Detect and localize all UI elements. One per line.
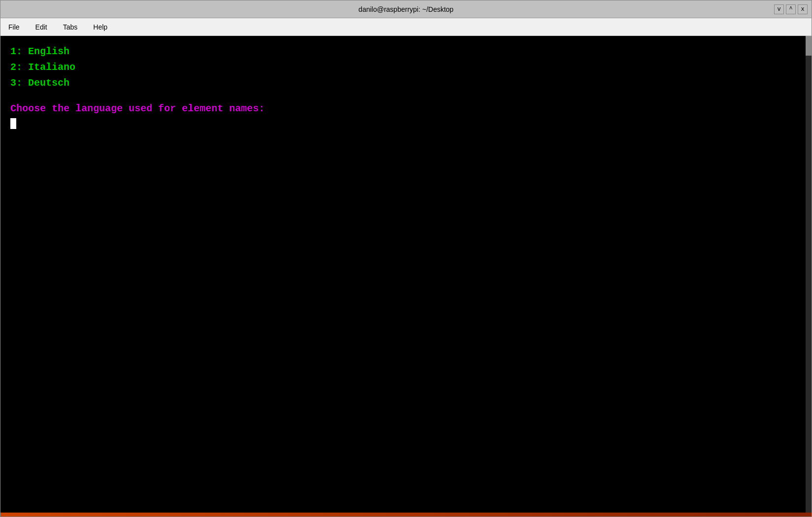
input-line [10,118,802,129]
menu-file[interactable]: File [4,21,24,33]
menu-edit[interactable]: Edit [32,21,51,33]
terminal-body[interactable]: 1: English 2: Italiano 3: Deutsch Choose… [0,36,812,513]
minimize-button[interactable]: v [774,4,784,14]
language-option-1: 1: English [10,44,802,60]
bottom-bar [0,513,812,517]
language-option-3: 3: Deutsch [10,75,802,91]
maximize-button[interactable]: ^ [786,4,796,14]
title-bar: danilo@raspberrypi: ~/Desktop v ^ x [0,0,812,18]
menu-help[interactable]: Help [89,21,111,33]
scrollbar-thumb[interactable] [806,36,812,56]
language-option-2: 2: Italiano [10,60,802,75]
menu-tabs[interactable]: Tabs [59,21,82,33]
close-button[interactable]: x [798,4,808,14]
window-controls: v ^ x [774,4,808,14]
window-title: danilo@raspberrypi: ~/Desktop [359,5,454,13]
terminal-window: danilo@raspberrypi: ~/Desktop v ^ x File… [0,0,812,517]
language-prompt: Choose the language used for element nam… [10,103,802,114]
terminal-cursor [10,118,16,129]
menu-bar: File Edit Tabs Help [0,18,812,36]
terminal-output: 1: English 2: Italiano 3: Deutsch [10,44,802,91]
scrollbar[interactable] [806,36,812,513]
